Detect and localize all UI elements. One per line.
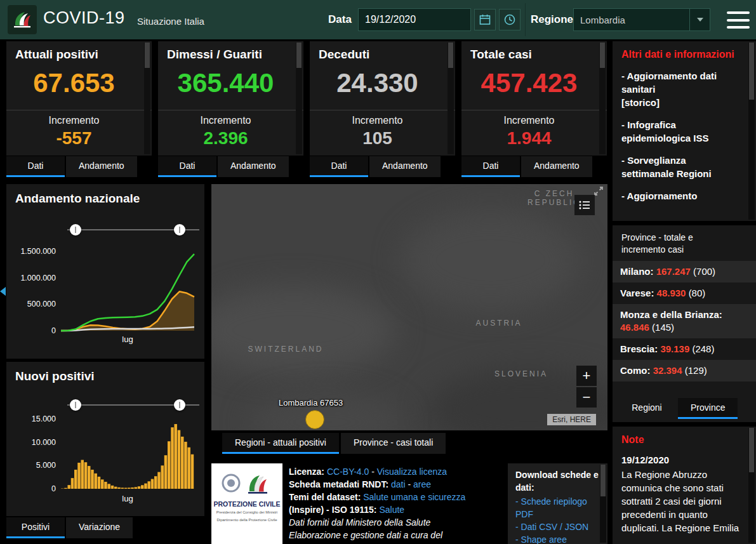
province-delta: (129)	[685, 365, 707, 376]
metadata-dati-link[interactable]: dati	[391, 479, 406, 489]
tab-dati[interactable]: Dati	[461, 156, 520, 177]
region-select[interactable]: Lombardia	[573, 8, 710, 31]
tab-label: Variazione	[79, 522, 120, 532]
protezione-civile-logo: PROTEZIONE CIVILE Presidenza del Consigl…	[211, 463, 282, 544]
scrollbar-thumb[interactable]	[749, 428, 754, 472]
province-row: Como: 32.394 (129)	[613, 360, 756, 381]
other-info-panel: Altri dati e informazioni - Aggiornament…	[613, 41, 756, 221]
lombardia-marker-label: Lombardia 67653	[279, 398, 343, 408]
scrollbar-thumb[interactable]	[296, 43, 302, 68]
range-handle-right[interactable]	[174, 224, 185, 236]
download-shape-link[interactable]: - Shape aree	[515, 533, 600, 544]
separator: -	[406, 479, 413, 489]
province-row: Milano: 167.247 (700)	[613, 261, 756, 282]
link-sorveglianza-regioni[interactable]: - Sorveglianza settimanale Regioni	[621, 154, 739, 180]
tab-regioni[interactable]: Regioni	[618, 398, 676, 419]
zoom-in-button[interactable]: +	[576, 366, 597, 386]
tab-province-casi-totali[interactable]: Province - casi totali	[341, 433, 446, 454]
province-delta: (700)	[693, 266, 715, 277]
header-divider	[525, 3, 526, 36]
date-label: Data	[328, 13, 352, 26]
card-value: 365.440	[158, 68, 293, 98]
note-scrollbar[interactable]	[748, 428, 755, 543]
link-aggiornamento[interactable]: - Aggiornamento	[621, 189, 739, 202]
scrollbar-thumb[interactable]	[145, 43, 150, 68]
province-name: Milano:	[620, 266, 654, 277]
download-scrollbar[interactable]	[600, 465, 606, 543]
license-link[interactable]: CC-BY-4.0	[327, 467, 369, 477]
scrollbar-thumb[interactable]	[749, 43, 754, 100]
download-title: Download schede e dati:	[515, 468, 600, 494]
scrollbar-thumb[interactable]	[600, 43, 605, 68]
province-delta: (145)	[652, 322, 674, 333]
other-info-scrollbar[interactable]	[748, 43, 755, 220]
logo-title: PROTEZIONE CIVILE	[213, 500, 280, 508]
tab-label: Dati	[28, 161, 44, 171]
calendar-button[interactable]	[474, 9, 496, 30]
tab-regioni-attuali-positivi[interactable]: Regioni - attuali positivi	[222, 433, 339, 454]
tab-andamento[interactable]: Andamento	[66, 156, 137, 177]
link-aggiornamento-dati-sanitari[interactable]: - Aggiornamento dati sanitari [storico]	[621, 69, 739, 109]
card-title: Totale casi	[470, 48, 532, 62]
map-label-slovenia: SLOVENIA	[493, 369, 550, 378]
card-tabs-attuali: Dati Andamento	[6, 156, 137, 177]
view-license-link[interactable]: Visualizza licenza	[377, 467, 447, 477]
menu-button[interactable]	[727, 11, 750, 29]
tab-andamento[interactable]: Andamento	[369, 156, 441, 177]
national-trend-range-slider[interactable]	[67, 223, 199, 236]
zoom-out-button[interactable]: −	[576, 387, 597, 408]
tab-province[interactable]: Province	[678, 398, 738, 419]
inspire-line: (Inspire) - ISO 19115: Salute	[289, 503, 508, 516]
clock-button[interactable]	[499, 9, 521, 30]
national-trend-title: Andamento nazionale	[15, 192, 140, 206]
expand-icon[interactable]	[593, 185, 606, 198]
card-tabs-dimessi: Dati Andamento	[158, 156, 289, 177]
new-positives-panel: Nuovi positivi 15.00010.0005.0000lug	[6, 362, 204, 516]
legend-button[interactable]	[574, 195, 595, 215]
region-label: Regione	[531, 13, 573, 26]
tab-variazione[interactable]: Variazione	[66, 517, 133, 538]
card-scrollbar[interactable]	[599, 43, 606, 154]
map[interactable]: C ZECH REPUBLIC SWITZERLAND AUSTRIA SLOV…	[211, 184, 607, 430]
tab-dati[interactable]: Dati	[158, 156, 216, 177]
metadata-aree-link[interactable]: aree	[413, 479, 431, 489]
increment-value: 1.944	[461, 128, 597, 149]
national-trend-chart[interactable]: 1.500.0001.000.000500.0000lug	[11, 235, 199, 346]
card-scrollbar[interactable]	[448, 43, 454, 154]
increment-label: Incremento	[6, 115, 142, 126]
tab-label: Regioni - attuali positivi	[235, 437, 326, 448]
tab-positivi[interactable]: Positivi	[6, 517, 65, 538]
collapse-sidebar-chevron[interactable]	[0, 284, 6, 299]
tab-andamento[interactable]: Andamento	[521, 156, 592, 177]
tab-dati[interactable]: Dati	[6, 156, 65, 177]
link-infografica-iss[interactable]: - Infografica epidemiologica ISS	[621, 118, 739, 145]
scrollbar-thumb[interactable]	[600, 465, 606, 496]
lombardia-marker[interactable]	[305, 410, 324, 429]
map-label-austria: AUSTRIA	[470, 319, 527, 328]
date-input[interactable]	[358, 8, 471, 31]
tab-andamento[interactable]: Andamento	[218, 156, 289, 177]
note-text: La Regione Abruzzo comunica che sono sta…	[621, 468, 741, 534]
provinces-title: Province - totale e incremento casi	[613, 225, 736, 261]
divider	[310, 110, 455, 110]
separator: -	[369, 467, 376, 477]
download-csv-json-link[interactable]: - Dati CSV / JSON	[515, 521, 600, 533]
province-value: 48.930	[657, 288, 686, 298]
tab-dati[interactable]: Dati	[310, 156, 368, 177]
note-panel: Note 19/12/2020 La Regione Abruzzo comun…	[613, 427, 756, 544]
scrollbar-thumb[interactable]	[448, 43, 453, 68]
card-value: 24.330	[310, 68, 445, 98]
map-attribution: Esri, HERE	[547, 414, 596, 425]
theme-link[interactable]: Salute umana e sicurezza	[363, 492, 465, 502]
card-scrollbar[interactable]	[296, 43, 302, 154]
download-pdf-link[interactable]: - Schede riepilogo PDF	[515, 495, 600, 521]
map-terrain	[211, 286, 395, 375]
svg-text:10.000: 10.000	[32, 438, 56, 447]
new-positives-chart[interactable]: 15.00010.0005.0000lug	[11, 405, 199, 505]
inspire-salute-link[interactable]: Salute	[379, 505, 404, 515]
province-value: 46.846	[620, 322, 649, 333]
range-handle-left[interactable]	[70, 224, 81, 236]
divider	[6, 110, 152, 110]
svg-text:1.000.000: 1.000.000	[20, 274, 56, 282]
card-scrollbar[interactable]	[144, 43, 150, 154]
